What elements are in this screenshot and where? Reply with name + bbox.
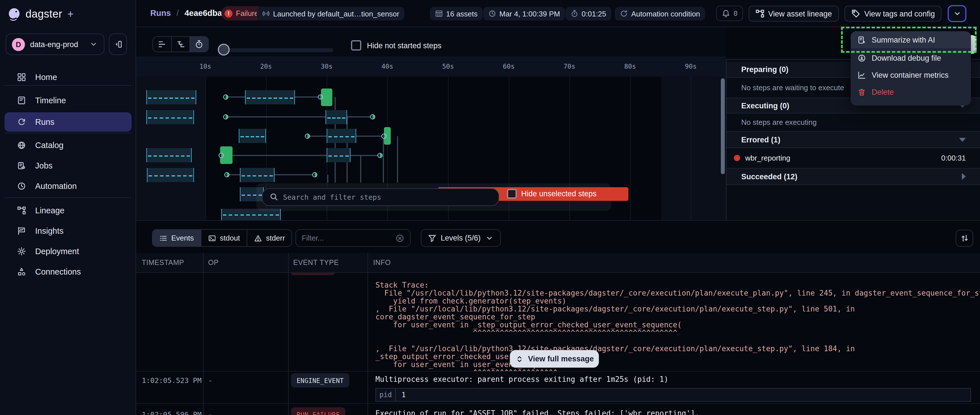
clipped-failure-badge <box>291 273 335 275</box>
grid-icon <box>17 73 26 82</box>
sensor-icon <box>262 10 270 18</box>
gantt-waterfall-view-button[interactable] <box>172 37 190 52</box>
hide-unselected-checkbox[interactable] <box>507 189 517 199</box>
gantt-step-bar[interactable] <box>240 168 275 182</box>
terminal-icon <box>208 234 216 242</box>
run-tag-pill[interactable]: 16 assets <box>430 7 483 21</box>
gantt-step-bar[interactable] <box>239 129 266 143</box>
gantt-step-bar[interactable] <box>245 90 295 104</box>
hide-not-started-label: Hide not started steps <box>367 42 442 50</box>
panel-section-succeeded[interactable]: Succeeded (12) <box>727 169 980 185</box>
event-timestamp: 1:02:05.596 PM <box>142 410 202 415</box>
log-tab-events[interactable]: Events <box>153 230 201 246</box>
search-icon <box>269 192 278 201</box>
gantt-step-bar[interactable] <box>327 148 350 162</box>
gantt-chart[interactable]: Search and filter steps Hide unselected … <box>136 77 726 220</box>
gantt-flat-view-button[interactable] <box>153 37 172 52</box>
event-type-badge: RUN_FAILURE <box>291 407 345 415</box>
funnel-icon <box>428 233 437 243</box>
lineage-icon <box>17 206 26 215</box>
run-actions-menu-button[interactable] <box>948 5 966 22</box>
scroll-order-button[interactable] <box>956 230 973 247</box>
gantt-step-bar[interactable] <box>146 90 196 104</box>
log-tab-stderr[interactable]: stderr <box>247 230 291 246</box>
log-tabs: Eventsstdoutstderr <box>152 229 292 247</box>
hide-unselected-label: Hide unselected steps <box>521 190 597 198</box>
error-status-dot <box>734 155 740 161</box>
breadcrumb: Runs / 4eae6dba <box>150 8 222 18</box>
collapse-sidebar-button[interactable] <box>109 34 127 55</box>
logo[interactable]: dagster + <box>7 5 74 24</box>
shapes-icon <box>17 267 26 276</box>
event-metadata-table: pid 1 <box>375 388 971 402</box>
breadcrumb-run-id: 4eae6dba <box>185 8 222 18</box>
insights-icon <box>17 226 26 235</box>
sidebar-item-timeline[interactable]: Timeline <box>5 91 132 110</box>
clear-filter-icon[interactable] <box>395 233 404 243</box>
hide-not-started-checkbox[interactable] <box>351 40 361 51</box>
gantt-time-axis: 10s20s30s40s50s60s70s80s90s <box>136 57 726 77</box>
gantt-view-mode-group <box>153 36 209 52</box>
log-table-header: TIMESTAMPOPEVENT TYPEINFO <box>136 253 980 273</box>
log-tab-stdout[interactable]: stdout <box>201 230 248 246</box>
globe-icon <box>17 141 26 150</box>
clock-icon <box>17 182 26 191</box>
run-tag-pill[interactable]: Launched by default_aut…tion_sensor <box>257 7 404 21</box>
sidebar-item-runs[interactable]: Runs <box>5 112 132 131</box>
list-icon <box>159 234 167 242</box>
logo-text: dagster <box>25 8 62 21</box>
sidebar-item-jobs[interactable]: Jobs <box>5 156 132 175</box>
download-icon <box>858 54 866 62</box>
chevron-down-icon <box>485 233 494 243</box>
run-tag-pill[interactable]: 0:01:25 <box>565 7 611 21</box>
jobs-icon <box>17 161 26 170</box>
gantt-step-bar[interactable] <box>146 148 192 162</box>
zoom-slider-track[interactable] <box>220 48 334 52</box>
bell-icon <box>722 9 731 18</box>
run-tag-pill[interactable]: Automation condition <box>615 7 705 21</box>
error-icon: ! <box>224 10 232 17</box>
errored-step-row[interactable]: wbr_reporting0:00:31 <box>727 148 980 169</box>
levels-dropdown[interactable]: Levels (5/6) <box>421 229 501 247</box>
gantt-step-bar[interactable] <box>326 110 347 124</box>
sidebar-item-lineage[interactable]: Lineage <box>5 201 132 220</box>
clock-icon <box>488 10 496 18</box>
menu-item-view-container-metrics[interactable]: View container metrics <box>851 66 971 83</box>
run-tag-pill[interactable]: Mar 4, 1:00:39 PM <box>483 7 565 21</box>
chevron-down-icon <box>89 40 98 49</box>
panel-section-errored[interactable]: Errored (1) <box>727 132 980 148</box>
gantt-scrollbar[interactable] <box>721 78 725 174</box>
gantt-controls: Hide not started steps <box>136 27 726 57</box>
notifications-button[interactable]: 0 <box>716 6 743 21</box>
step-search-input[interactable]: Search and filter steps <box>262 188 499 206</box>
log-filter-input[interactable]: Filter... <box>296 229 410 247</box>
view-tags-config-button[interactable]: View tags and config <box>845 6 942 22</box>
menu-item-delete[interactable]: Delete <box>851 83 971 101</box>
sidebar-item-connections[interactable]: Connections <box>5 262 132 281</box>
autorefresh-icon <box>620 10 628 18</box>
gantt-step-bar[interactable] <box>327 129 356 143</box>
gantt-timed-view-button[interactable] <box>190 37 208 52</box>
dagster-run-page: dagster + D data-eng-prod HomeTimelineRu… <box>0 0 980 415</box>
sidebar-item-automation[interactable]: Automation <box>5 176 132 196</box>
deployment-avatar: D <box>12 38 25 51</box>
gantt-step-bar[interactable] <box>146 110 194 124</box>
gantt-step-bar[interactable] <box>147 168 194 182</box>
sidebar-item-insights[interactable]: Insights <box>5 221 132 240</box>
sidebar-item-home[interactable]: Home <box>5 67 132 87</box>
stopwatch-icon <box>570 10 578 18</box>
warn-icon <box>254 234 262 242</box>
deployment-name: data-eng-prod <box>30 40 84 48</box>
zoom-slider-handle[interactable] <box>218 44 230 56</box>
chartline-icon <box>858 71 866 79</box>
sidebar-item-deployment[interactable]: Deployment <box>5 241 132 261</box>
view-full-message-button[interactable]: View full message <box>510 350 599 368</box>
gear-icon <box>17 246 26 255</box>
breadcrumb-runs-link[interactable]: Runs <box>150 8 171 18</box>
sidebar-item-catalog[interactable]: Catalog <box>5 136 132 155</box>
section-chevron-icon <box>959 137 966 142</box>
logo-plus: + <box>67 8 74 21</box>
view-asset-lineage-button[interactable]: View asset lineage <box>748 6 839 22</box>
deployment-switcher[interactable]: D data-eng-prod <box>6 34 104 55</box>
lineage-icon <box>755 9 764 18</box>
